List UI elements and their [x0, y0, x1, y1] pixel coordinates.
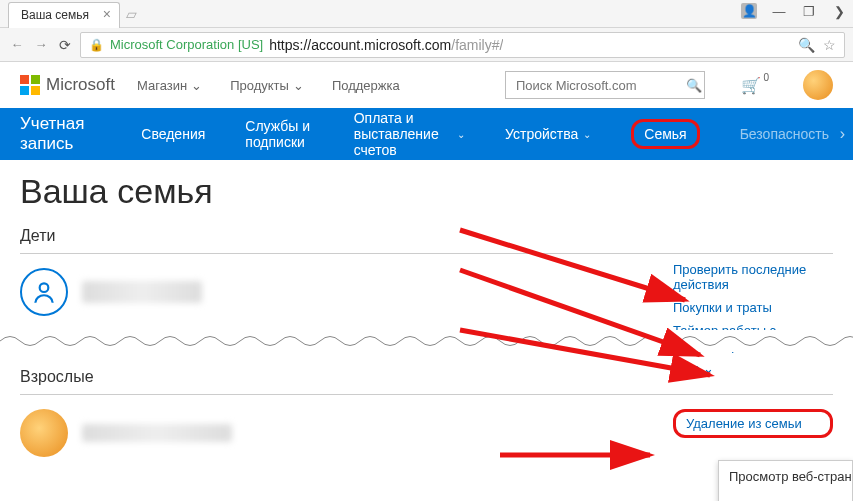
svg-point-4 [40, 283, 49, 292]
ev-cert-label: Microsoft Corporation [US] [110, 37, 263, 52]
window-controls: 👤 — ❐ ❯ [741, 3, 847, 19]
chevron-down-icon: ⌄ [293, 78, 304, 93]
action-more[interactable]: Еще⌄ [673, 361, 833, 376]
section-children: Дети [20, 227, 833, 254]
more-dropdown: Просмотр веб-страниц Приложения, игры и … [718, 460, 853, 501]
window-menu-icon[interactable]: ❯ [831, 3, 847, 19]
nav-devices[interactable]: Устройства⌄ [501, 120, 595, 148]
svg-rect-0 [20, 75, 29, 84]
search-icon[interactable]: 🔍 [686, 78, 702, 93]
browser-tab[interactable]: Ваша семья × [8, 2, 120, 28]
page-title: Ваша семья [20, 172, 833, 211]
microsoft-logo-text: Microsoft [46, 75, 115, 95]
svg-rect-1 [31, 75, 40, 84]
person-icon [20, 268, 68, 316]
adult-avatar [20, 409, 68, 457]
cart-icon[interactable]: 🛒0 [741, 76, 761, 95]
nav-info[interactable]: Сведения [137, 120, 209, 148]
nav-security[interactable]: Безопасность [736, 120, 833, 148]
svg-rect-3 [31, 86, 40, 95]
forward-icon[interactable]: → [32, 36, 50, 54]
action-remove-adult[interactable]: Удаление из семьи [673, 409, 833, 438]
nav-support[interactable]: Поддержка [332, 78, 400, 93]
chevron-down-icon: ⌄ [191, 78, 202, 93]
nav-family[interactable]: Семья [627, 113, 703, 155]
ms-search-box[interactable]: 🔍 [505, 71, 705, 99]
adult-row: Удаление из семьи [20, 395, 833, 471]
new-tab-icon[interactable]: ▱ [126, 6, 137, 22]
nav-products[interactable]: Продукты⌄ [230, 78, 304, 93]
adult-name-redacted [82, 424, 232, 442]
microsoft-utility-bar: Microsoft Магазин⌄ Продукты⌄ Поддержка 🔍… [0, 62, 853, 108]
window-restore-icon[interactable]: ❐ [801, 3, 817, 19]
svg-rect-2 [20, 86, 29, 95]
page-content: Ваша семья Дети Проверить последние дейс… [0, 160, 853, 479]
child-row: Проверить последние действия Покупки и т… [20, 254, 833, 330]
tab-title: Ваша семья [21, 8, 89, 22]
lock-icon: 🔒 [89, 38, 104, 52]
account-nav: Учетная запись Сведения Службы и подписк… [0, 108, 853, 160]
bookmark-star-icon[interactable]: ☆ [823, 37, 836, 53]
tab-close-icon[interactable]: × [103, 7, 111, 21]
chevron-down-icon: ⌄ [457, 129, 465, 140]
microsoft-logo[interactable]: Microsoft [20, 75, 115, 95]
chrome-user-icon[interactable]: 👤 [741, 3, 757, 19]
browser-toolbar: ← → ⟳ 🔒 Microsoft Corporation [US] https… [0, 28, 853, 62]
adult-actions: Удаление из семьи [673, 409, 833, 438]
torn-separator [0, 330, 853, 352]
window-minimize-icon[interactable]: — [771, 3, 787, 19]
browser-titlebar: Ваша семья × ▱ 👤 — ❐ ❯ [0, 0, 853, 28]
child-name-redacted [82, 281, 202, 303]
child-actions: Проверить последние действия Покупки и т… [673, 262, 833, 376]
action-purchases[interactable]: Покупки и траты [673, 300, 833, 315]
ms-search-input[interactable] [514, 77, 686, 94]
user-avatar[interactable] [803, 70, 833, 100]
ms-top-nav: Магазин⌄ Продукты⌄ Поддержка [137, 78, 400, 93]
chevron-down-icon: ⌄ [583, 129, 591, 140]
action-recent[interactable]: Проверить последние действия [673, 262, 833, 292]
address-bar[interactable]: 🔒 Microsoft Corporation [US] https://acc… [80, 32, 845, 58]
nav-services[interactable]: Службы и подписки [241, 112, 317, 156]
nav-scroll-right-icon[interactable]: › [840, 125, 845, 143]
back-icon[interactable]: ← [8, 36, 26, 54]
url-text: https://account.microsoft.com/family#/ [269, 37, 503, 53]
nav-store[interactable]: Магазин⌄ [137, 78, 202, 93]
cart-count: 0 [763, 72, 769, 83]
dropdown-web[interactable]: Просмотр веб-страниц [719, 461, 852, 492]
zoom-icon[interactable]: 🔍 [798, 37, 815, 53]
dropdown-apps[interactable]: Приложения, игры и му [719, 492, 852, 501]
nav-billing[interactable]: Оплата и выставление счетов⌄ [350, 104, 469, 164]
reload-icon[interactable]: ⟳ [56, 36, 74, 54]
account-brand[interactable]: Учетная запись [20, 114, 85, 154]
chevron-down-icon: ⌄ [703, 361, 714, 376]
